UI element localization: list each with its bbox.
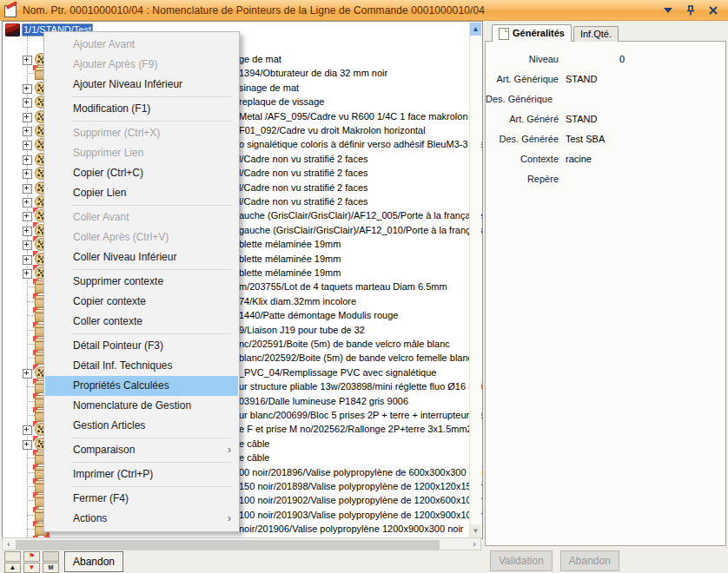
menu-item-détail-inf-techniques[interactable]: Détail Inf. Techniques [45,356,238,376]
expand-plus-icon[interactable] [23,155,32,165]
triangle-up-button[interactable]: ▲ [4,563,21,573]
tree-row-label[interactable]: 03916/Dalle lumineuse P1842 gris 9006 [239,396,408,406]
menu-item-coller-niveau-inférieur[interactable]: Coller Niveau Inférieur [45,247,238,267]
menu-item-détail-pointeur-f3[interactable]: Détail Pointeur (F3) [45,336,238,356]
expand-plus-icon[interactable] [23,98,32,108]
menu-separator [71,96,231,97]
expand-plus-icon[interactable] [23,56,32,65]
red-corner-flag-icon [33,207,39,214]
expand-plus-icon[interactable] [23,255,32,265]
tab-generalites[interactable]: Généralités [492,24,572,42]
tree-row-label[interactable]: l/Cadre non vu stratifié 2 faces [239,196,368,207]
tree-row-label[interactable]: l/Cadre non vu stratifié 2 faces [239,182,368,193]
expand-plus-icon[interactable] [23,141,32,150]
tree-row-label[interactable]: sinage de mat [239,82,299,93]
tab-inf-qte[interactable]: Inf.Qté. [573,26,619,42]
expand-plus-icon[interactable] [23,184,32,194]
m-button[interactable]: M [43,563,59,573]
tree-row-label[interactable]: 150 noir/201898/Valise polypropylène de … [239,481,483,491]
tree-row-label[interactable]: blette mélaminée 19mm [239,239,341,249]
blank-gray-button[interactable] [43,551,59,562]
expand-plus-icon[interactable] [23,84,32,94]
tree-row-label[interactable]: auche (GrisClair/GrisClair)/AF12_005/Por… [239,210,483,221]
tree-connector [27,458,35,458]
tree-vertical-scrollbar[interactable]: ▲ ▼ [469,23,481,537]
menu-item-modification-f1[interactable]: Modification (F1) [45,99,238,119]
tree-row-label[interactable]: 100 noir/201902/Valise polypropylène de … [239,495,483,505]
expand-plus-icon[interactable] [23,240,32,250]
tree-row-label[interactable]: e câble [239,452,269,463]
tree-row-label[interactable]: e câble [239,438,269,449]
menu-item-fermer-f4[interactable]: Fermer (F4) [45,489,238,509]
expand-plus-icon[interactable] [23,113,32,122]
menu-item-propriétés-calculées[interactable]: Propriétés Calculées [45,376,238,396]
tree-row-label[interactable]: nc/202591/Boite (5m) de bande velcro mâl… [239,339,450,349]
close-icon[interactable] [707,4,719,16]
expand-plus-icon[interactable] [23,269,32,279]
menu-item-actions[interactable]: Actions› [45,509,238,529]
tree-row-label[interactable]: 100 noir/201903/Valise polypropylène de … [239,510,483,520]
tree-row-label[interactable]: m/203755/Lot de 4 taquets marteau Diam 6… [239,281,447,292]
tree-row-label[interactable]: replaque de vissage [239,96,324,107]
tree-row-label[interactable]: 1394/Obturateur de dia 32 mm noir [239,68,387,78]
expand-plus-icon[interactable] [23,212,32,221]
expand-plus-icon[interactable] [23,369,32,379]
tree-row-label[interactable]: e F et prise M no/202562/Rallonge 2P+ter… [239,424,483,434]
tree-row-label[interactable]: ur structure pliable 13w/203898/mini rég… [239,381,483,392]
abandon-button-left[interactable]: Abandon [64,551,123,572]
tree-row-label[interactable]: blette mélaminée 19mm [239,254,341,264]
scroll-left-icon[interactable]: ‹ [3,538,15,550]
tree-connector [27,529,35,530]
tree-row-label[interactable]: blanc/202592/Boite (5m) de bande velcro … [239,352,473,363]
expand-plus-icon[interactable] [23,425,32,435]
expand-plus-icon[interactable] [23,127,32,136]
expand-plus-icon[interactable] [23,198,32,207]
root-node-icon [5,23,20,36]
menu-item-copier-ctrl-c[interactable]: Copier (Ctrl+C) [45,163,238,183]
expand-plus-icon[interactable] [23,169,32,179]
scrollbar-thumb[interactable] [16,540,440,550]
field-value: Test SBA [566,134,605,144]
tree-connector [27,286,35,287]
blank-beige-button[interactable] [4,551,21,562]
tree-row-label[interactable]: 00 noir/201896/Valise polypropylène de 6… [239,467,483,478]
menu-item-gestion-articles[interactable]: Gestion Articles [45,416,238,436]
menu-item-coller-contexte[interactable]: Coller contexte [45,312,238,332]
tree-row-label[interactable]: _PVC_04/Remplissage PVC avec signalétiqu… [239,367,436,378]
expand-plus-icon[interactable] [23,440,32,450]
window-menu-button[interactable] [662,4,674,16]
menu-item-imprimer-ctrl-p[interactable]: Imprimer (Ctrl+P) [45,464,238,484]
tree-connector [27,415,35,416]
tree-row-label[interactable]: gauche (GrisClair/GrisClair)/AF12_010/Po… [239,225,483,235]
expand-plus-icon[interactable] [23,227,32,236]
menu-item-copier-lien[interactable]: Copier Lien [45,183,238,203]
triangle-down-button[interactable]: ▼ [23,563,40,573]
tree-row-label[interactable]: 9/Liaison J19 pour tube de 32 [239,325,365,335]
tree-row-label[interactable]: ge de mat [239,54,281,64]
tree-row-label[interactable]: Metal /AFS_095/Cadre vu R600 1/4C 1 face… [239,111,468,122]
menu-item-ajouter-niveau-inférieur[interactable]: Ajouter Niveau Inférieur [45,75,238,95]
tree-connector [27,486,35,487]
scroll-right-icon[interactable]: › [468,538,480,550]
pin-button[interactable] [685,4,697,16]
red-flag-button[interactable]: ⚑ [23,551,40,562]
menu-item-ajouter-après-f9: Ajouter Après (F9) [45,55,238,75]
menu-item-nomenclature-de-gestion[interactable]: Nomenclature de Gestion [45,396,238,416]
tree-row-label[interactable]: noir/201906/Valise polypropylène 1200x90… [239,524,463,534]
tree-row-label[interactable]: F01_092/Cadre vu droit Makrolon horizont… [239,125,426,135]
tree-row-label[interactable]: blette mélaminée 19mm [239,267,341,278]
tree-horizontal-scrollbar[interactable]: ‹ › [2,537,481,550]
red-corner-flag-icon [33,236,39,242]
tree-row-label[interactable]: l/Cadre non vu stratifié 2 faces [239,168,368,178]
menu-item-copier-contexte[interactable]: Copier contexte [45,292,238,312]
tree-row-label[interactable]: ur blanc/200699/Bloc 5 prises 2P + terre… [239,410,483,420]
scroll-up-icon[interactable]: ▲ [470,23,481,36]
scroll-down-icon[interactable]: ▼ [470,524,481,537]
menu-separator [71,269,231,270]
tree-row-label[interactable]: l/Cadre non vu stratifié 2 faces [239,154,368,164]
tree-row-label[interactable]: 74/Klix diam.32mm incolore [239,296,356,306]
menu-item-supprimer-contexte[interactable]: Supprimer contexte [45,272,238,292]
tree-row-label[interactable]: o signalétique coloris à définir verso a… [239,139,483,149]
tree-row-label[interactable]: 1440/Patte démontage Modulis rouge [239,310,398,320]
menu-item-comparaison[interactable]: Comparaison› [45,440,238,460]
